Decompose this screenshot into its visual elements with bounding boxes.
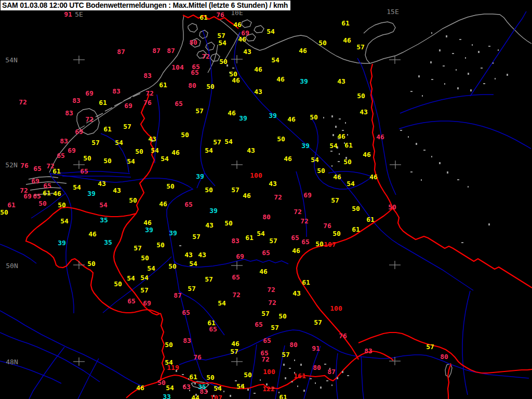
station-value: 54 (311, 156, 319, 163)
station-value: 46 (363, 151, 371, 158)
station-value: 54 (115, 139, 123, 146)
station-value: 35 (100, 217, 108, 223)
station-value: 76 (323, 222, 331, 229)
station-value: 50 (157, 379, 166, 386)
station-value: 43 (113, 187, 121, 194)
station-value: 50 (87, 260, 96, 267)
station-value: 65 (209, 326, 217, 332)
station-value: 57 (271, 324, 279, 331)
station-value: 54 (166, 384, 174, 391)
station-value: 72 (145, 90, 154, 97)
station-value: 46 (231, 340, 240, 347)
station-value: 43 (337, 78, 345, 85)
station-value: 54 (205, 147, 213, 154)
station-value: 54 (218, 300, 226, 307)
station-value: 57 (195, 108, 204, 114)
station-value: 61 (245, 234, 254, 241)
station-value: 43 (148, 136, 156, 142)
station-value: 54 (140, 274, 149, 281)
station-value: 87 (152, 47, 161, 54)
station-value: 61 (103, 126, 112, 132)
station-value: 87 (327, 368, 336, 375)
station-value: 46 (254, 66, 262, 73)
station-value: 50 (315, 241, 324, 247)
station-value: 54 (329, 142, 338, 149)
station-value: 83 (65, 110, 73, 116)
station-value: 61 (52, 168, 61, 175)
station-value: 50 (141, 255, 149, 261)
station-value: 61 (344, 142, 353, 149)
station-value: 87 (117, 48, 125, 55)
station-value: 61 (366, 216, 375, 223)
station-value: 54 (99, 202, 108, 208)
station-value: 43 (184, 251, 193, 258)
station-value: 65 (301, 238, 310, 245)
station-value: 65 (33, 165, 42, 172)
station-value: 72 (202, 53, 210, 60)
station-value: 80 (189, 39, 197, 46)
station-value: 72 (268, 299, 276, 306)
station-value: 57 (205, 276, 213, 283)
station-value: 54 (271, 57, 280, 63)
station-value: 57 (261, 310, 270, 317)
station-value: 57 (140, 287, 149, 294)
station-value: 50 (224, 220, 233, 227)
station-value: 50 (0, 209, 8, 216)
station-value: 72 (300, 218, 309, 224)
station-value: 69 (143, 300, 151, 307)
station-value: 80 (313, 364, 321, 371)
station-value: 46 (276, 76, 285, 83)
station-value: 50 (352, 205, 360, 212)
station-value: 46 (284, 155, 292, 162)
station-value: 39 (58, 240, 66, 246)
station-value: 65 (43, 182, 51, 189)
station-value: 46 (292, 247, 300, 254)
station-value: 46 (159, 201, 167, 207)
station-value: 72 (267, 286, 275, 293)
station-value: 54 (214, 385, 222, 392)
station-value: 54 (189, 260, 197, 267)
station-value: 57 (356, 44, 365, 50)
station-value: 54 (60, 218, 69, 224)
station-value: 39 (269, 112, 277, 119)
station-value: 50 (206, 374, 215, 381)
title-text: SAM 01.03.08 12:00 UTC Bodenwettermeldun… (2, 1, 288, 9)
station-value: 50 (388, 204, 396, 210)
station-value: 100 (263, 368, 275, 375)
station-value: 57 (231, 187, 240, 193)
station-value: 46 (171, 149, 180, 156)
station-value: 61 (302, 279, 310, 286)
station-value: 50 (343, 158, 352, 165)
station-value: 46 (333, 174, 341, 180)
station-value: 54 (127, 158, 135, 165)
station-value: 61 (352, 226, 360, 233)
station-value: 80 (262, 214, 271, 220)
station-value: 43 (205, 222, 214, 229)
station-value: 65 (263, 337, 271, 344)
station-value: 44 (191, 394, 200, 399)
station-value: 46 (143, 219, 152, 226)
station-value: 57 (314, 319, 322, 326)
station-value: 87 (174, 292, 182, 299)
station-value: 83 (72, 97, 81, 104)
station-value: 69 (68, 147, 76, 154)
station-value: 46 (233, 21, 242, 28)
station-value: 69 (303, 192, 312, 198)
station-value: 76 (339, 332, 347, 339)
station-value: 83 (143, 72, 152, 79)
station-value: 50 (317, 167, 325, 174)
latitude-label: 52N (5, 162, 17, 168)
station-value: 72 (294, 208, 302, 215)
station-value: 65 (57, 152, 65, 159)
station-value: 46 (287, 116, 296, 123)
station-value: 72 (261, 356, 270, 363)
station-value: 50 (318, 39, 327, 46)
station-value: 61 (99, 99, 107, 106)
station-value: 80 (188, 82, 196, 89)
station-value: 43 (247, 147, 255, 154)
station-value: 65 (291, 234, 299, 241)
station-value: 50 (156, 242, 165, 248)
station-value: 39 (301, 142, 310, 149)
station-value: 57 (188, 285, 196, 292)
station-value: 91 (312, 345, 320, 352)
